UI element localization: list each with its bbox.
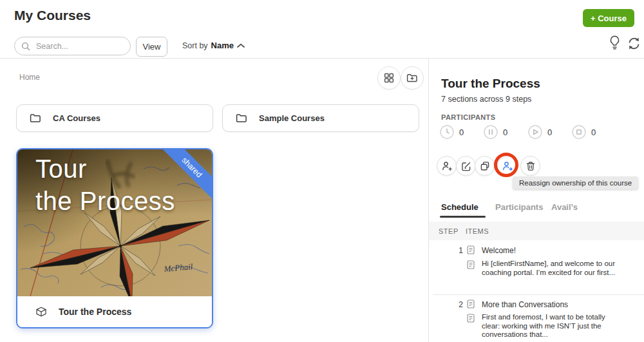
folder-card-ca-courses[interactable]: CA Courses [16, 104, 213, 132]
item-title[interactable]: Welcome! [482, 246, 516, 255]
clock-icon [440, 125, 454, 139]
reassign-owner-button[interactable] [497, 156, 517, 176]
chevron-up-icon [237, 43, 245, 48]
pause-icon [484, 125, 498, 139]
item-text[interactable]: First and foremost, I want to be totally… [482, 313, 623, 339]
panel-divider [428, 59, 429, 342]
edit-icon [461, 161, 471, 171]
stat-count: 0 [503, 128, 507, 137]
delete-course-button[interactable] [520, 156, 540, 176]
detail-subtitle: 7 sections across 9 steps [441, 95, 531, 104]
stop-icon [572, 125, 586, 139]
search-input-wrap[interactable] [14, 37, 131, 55]
step-number: 2 [441, 300, 463, 309]
col-step: STEP [439, 227, 459, 235]
stat-paused: 0 [484, 125, 507, 139]
tab-schedule[interactable]: Schedule [441, 202, 478, 212]
stat-count: 0 [547, 128, 552, 137]
search-icon [21, 42, 30, 51]
grid-view-button[interactable] [377, 66, 401, 90]
tab-participants[interactable]: Participants [495, 202, 543, 212]
sort-control[interactable]: Sort by Name [182, 41, 245, 50]
stat-active: 0 [528, 125, 552, 139]
grid-icon [384, 73, 394, 83]
cover-title-line1: Tour [35, 155, 87, 184]
document-icon [467, 299, 475, 309]
stat-waiting: 0 [440, 125, 464, 139]
folder-icon [30, 113, 41, 123]
edit-course-button[interactable] [456, 156, 476, 176]
trash-icon [526, 161, 536, 171]
reassign-tooltip: Reassign ownership of this course [513, 176, 638, 189]
search-input[interactable] [35, 41, 121, 52]
folder-icon [236, 113, 247, 123]
duplicate-course-button[interactable] [475, 156, 495, 176]
cover-title-line2: the Process [35, 187, 175, 216]
folder-plus-icon [406, 73, 418, 83]
person-plus-icon [442, 161, 452, 171]
document-icon [467, 245, 475, 254]
document-icon [467, 314, 475, 323]
item-title[interactable]: More than Conversations [482, 300, 568, 309]
item-text[interactable]: Hi [clientFirstName], and welcome to our… [482, 260, 623, 277]
stat-count: 0 [459, 128, 464, 137]
play-icon [528, 125, 542, 139]
folder-label: Sample Courses [259, 113, 325, 123]
refresh-icon[interactable] [627, 36, 641, 51]
course-cover-image: McPhail Tour the Process shared [17, 149, 212, 296]
stat-count: 0 [591, 128, 596, 137]
my-courses-page: My Courses + Course View Sort by Name H [0, 0, 644, 342]
folder-label: CA Courses [53, 113, 100, 123]
copy-icon [480, 161, 490, 171]
course-card-footer: Tour the Process [17, 296, 212, 327]
course-box-icon [35, 307, 47, 318]
detail-title: Tour the Process [441, 77, 540, 91]
course-card-tour-the-process[interactable]: McPhail Tour the Process shared Tour the… [16, 148, 213, 328]
header-divider [0, 58, 644, 59]
page-title: My Courses [14, 8, 91, 23]
col-items: ITEMS [466, 227, 489, 235]
add-participant-button[interactable] [437, 156, 457, 176]
lightbulb-icon[interactable] [608, 35, 621, 51]
active-tab-underline [440, 216, 486, 218]
new-folder-button[interactable] [401, 66, 424, 90]
sort-value[interactable]: Name [211, 41, 234, 50]
row-divider [433, 294, 644, 295]
person-arrow-icon [502, 161, 513, 171]
breadcrumb[interactable]: Home [19, 73, 40, 82]
step-number: 1 [441, 246, 463, 255]
table-header [429, 222, 644, 240]
participants-label: PARTICIPANTS [441, 113, 495, 121]
add-course-button[interactable]: + Course [583, 9, 634, 27]
view-button[interactable]: View [136, 37, 167, 57]
tab-avails[interactable]: Avail’s [551, 202, 578, 212]
course-card-title: Tour the Process [59, 307, 131, 317]
stat-stopped: 0 [572, 125, 596, 139]
sort-by-label: Sort by [182, 41, 208, 50]
folder-card-sample-courses[interactable]: Sample Courses [222, 104, 419, 132]
document-icon [467, 260, 475, 269]
